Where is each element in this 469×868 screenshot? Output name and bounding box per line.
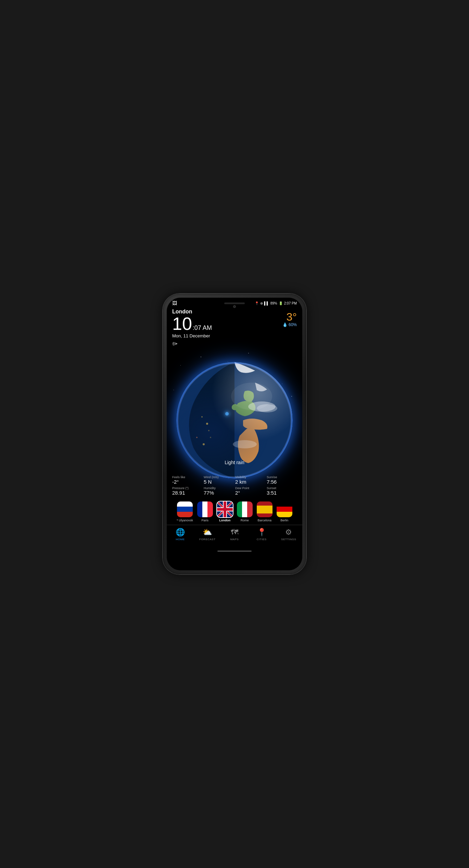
settings-icon: ⚙ — [285, 528, 292, 537]
dew-point: Dew Point 2° — [235, 486, 265, 496]
city-paris[interactable]: Paris — [197, 501, 213, 522]
phone-inner: 🖼 📍 ⊛ ▌▌ 89% 🔋 2:07 PM London 10 :07 AM — [167, 298, 302, 570]
visibility-value: 2 km — [235, 479, 265, 485]
city-label-paris: Paris — [202, 519, 209, 522]
temperature: 3° — [282, 311, 297, 322]
city-label-london: London — [219, 519, 230, 522]
cloud-rain-icon: 🌧 — [266, 312, 280, 327]
city-barcelona[interactable]: Barcelona — [257, 501, 272, 522]
visibility-label: Visibility — [235, 475, 265, 479]
speaker — [224, 302, 245, 304]
flag-spain — [257, 501, 272, 517]
humidity-label: Humidity — [204, 486, 234, 490]
status-left: 🖼 — [172, 300, 177, 306]
dew-point-label: Dew Point — [235, 486, 265, 490]
date-row: Mon, 11 December — [172, 333, 297, 338]
wind-label: Wind (m/s) — [204, 475, 234, 479]
status-right: 📍 ⊛ ▌▌ 89% 🔋 2:07 PM — [255, 301, 297, 305]
sunrise: Sunrise 7:56 — [267, 475, 297, 485]
sunset-value: 3:51 — [267, 490, 297, 496]
flag-germany — [277, 501, 292, 517]
image-icon: 🖼 — [172, 300, 177, 306]
pressure-value: 28.91 — [172, 490, 202, 496]
share-icon[interactable]: ⌲ — [172, 340, 297, 347]
flag-russia — [177, 501, 193, 517]
sunset-label: Sunset — [267, 486, 297, 490]
home-pill — [217, 550, 252, 552]
feels-like: Feels like -2° — [172, 475, 202, 485]
city-rome[interactable]: Rome — [237, 501, 253, 522]
pressure-label: Pressure (") — [172, 486, 202, 490]
wifi-icon: ⊛ — [260, 301, 263, 305]
cities-label: CITIES — [257, 538, 267, 541]
maps-label: MAPS — [230, 538, 239, 541]
home-icon: 🌐 — [176, 528, 185, 537]
visibility: Visibility 2 km — [235, 475, 265, 485]
phone-frame: 🖼 📍 ⊛ ▌▌ 89% 🔋 2:07 PM London 10 :07 AM — [163, 294, 306, 574]
feels-like-label: Feels like — [172, 475, 202, 479]
battery-icon: 🔋 — [279, 301, 283, 305]
camera — [233, 305, 236, 308]
city-ulyanovsk[interactable]: * Ulyanovsk — [177, 501, 193, 522]
screen: 🖼 📍 ⊛ ▌▌ 89% 🔋 2:07 PM London 10 :07 AM — [167, 298, 302, 570]
forecast-icon: ⛅ — [203, 528, 212, 537]
temp-column: 3° 💧 60% — [282, 311, 297, 327]
time-small: :07 AM — [193, 324, 212, 332]
forecast-label: FORECAST — [199, 538, 216, 541]
humidity-value: 77% — [204, 490, 234, 496]
city-label-rome: Rome — [241, 519, 249, 522]
dew-point-value: 2° — [235, 490, 265, 496]
nav-maps[interactable]: 🗺 MAPS — [224, 528, 245, 541]
home-label: HOME — [176, 538, 185, 541]
location-icon: 📍 — [255, 301, 259, 305]
nav-home[interactable]: 🌐 HOME — [170, 528, 191, 541]
city-label-berlin: Berlin — [280, 519, 288, 522]
cities-row: * Ulyanovsk Paris — [167, 499, 302, 525]
feels-like-value: -2° — [172, 479, 202, 485]
signal-icon: ▌▌ — [264, 301, 269, 305]
city-label-barcelona: Barcelona — [258, 519, 272, 522]
status-time: 2:07 PM — [284, 301, 297, 305]
weather-widget: 🌧 3° 💧 60% — [266, 311, 297, 327]
wind: Wind (m/s) 5 N — [204, 475, 234, 485]
flag-uk — [217, 501, 233, 517]
nav-settings[interactable]: ⚙ SETTINGS — [278, 528, 299, 541]
sunset: Sunset 3:51 — [267, 486, 297, 496]
city-label-ulyanovsk: * Ulyanovsk — [177, 519, 193, 522]
city-london[interactable]: London — [217, 501, 233, 522]
pressure: Pressure (") 28.91 — [172, 486, 202, 496]
flag-france — [197, 501, 213, 517]
weather-details: Feels like -2° Wind (m/s) 5 N Visibility… — [167, 473, 302, 499]
sunrise-value: 7:56 — [267, 479, 297, 485]
settings-label: SETTINGS — [281, 538, 296, 541]
rain-chance: 💧 60% — [282, 322, 297, 327]
flag-italy — [237, 501, 253, 517]
battery-percent: 89% — [270, 301, 277, 305]
time-big: 10 — [172, 315, 192, 333]
cities-icon: 📍 — [257, 528, 266, 537]
sunrise-label: Sunrise — [267, 475, 297, 479]
nav-cities[interactable]: 📍 CITIES — [251, 528, 272, 541]
weather-condition: Light rain — [225, 460, 244, 465]
wind-value: 5 N — [204, 479, 234, 485]
home-indicator — [167, 545, 302, 555]
earth-section: Light rain — [167, 347, 302, 470]
humidity: Humidity 77% — [204, 486, 234, 496]
nav-forecast[interactable]: ⛅ FORECAST — [197, 528, 218, 541]
bottom-nav: 🌐 HOME ⛅ FORECAST 🗺 MAPS 📍 CITIES ⚙ — [167, 525, 302, 545]
maps-icon: 🗺 — [231, 528, 238, 537]
city-berlin[interactable]: Berlin — [277, 501, 292, 522]
